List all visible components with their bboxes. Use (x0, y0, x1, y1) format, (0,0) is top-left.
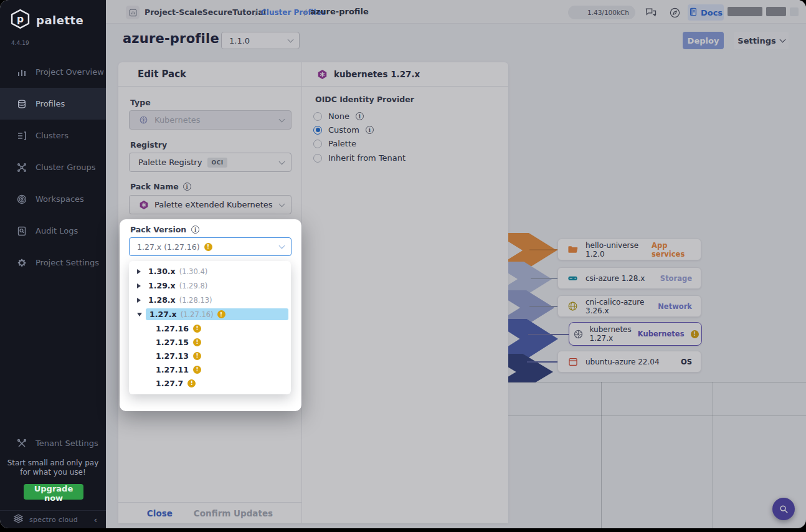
sidebar-item-profiles[interactable]: Profiles (0, 88, 106, 120)
sidebar-item-audit-logs[interactable]: Audit Logs (0, 215, 106, 247)
sidebar-item-label: Project Overview (36, 67, 104, 77)
version-option-1-27-11[interactable]: 1.27.11 (129, 363, 291, 376)
caret-right-icon[interactable] (137, 298, 141, 303)
warning-icon (217, 310, 225, 318)
workspaces-rings-icon (16, 194, 27, 204)
spectro-cloud-label: spectro cloud (29, 516, 78, 524)
clusters-list-icon (16, 130, 27, 141)
version-text: 1.27.7 (156, 379, 183, 388)
warning-icon (193, 338, 201, 346)
version-option-1-27-15[interactable]: 1.27.15 (129, 335, 291, 349)
tools-icon (16, 438, 27, 449)
sidebar-item-label: Clusters (36, 131, 69, 140)
version-text: 1.30.x (148, 267, 176, 276)
version-text: 1.27.15 (156, 338, 189, 347)
version-group-1-28[interactable]: 1.28.x(1.28.13) (129, 293, 291, 307)
upgrade-promo-text: Start small and only pay for what you us… (0, 458, 106, 477)
version-latest: (1.28.13) (179, 296, 212, 305)
warning-icon (187, 379, 196, 387)
version-option-1-27-13[interactable]: 1.27.13 (129, 349, 291, 363)
sidebar-item-label: Workspaces (36, 194, 84, 204)
version-option-1-27-7[interactable]: 1.27.7 (129, 376, 291, 390)
pack-version-label-text: Pack Version (130, 225, 186, 234)
sidebar: p palette 4.4.19 Project Overview Profil… (0, 0, 106, 528)
audit-logs-icon (16, 226, 27, 236)
version-group-1-30[interactable]: 1.30.x(1.30.4) (129, 264, 291, 278)
spectro-cloud-logo-icon (12, 513, 24, 527)
cluster-groups-nodes-icon (16, 162, 27, 173)
sidebar-item-label: Project Settings (36, 258, 99, 267)
gear-icon (16, 257, 27, 268)
palette-hexagon-logo-icon: p (10, 9, 31, 32)
caret-right-icon[interactable] (137, 283, 141, 288)
version-text: 1.27.x (149, 310, 177, 319)
palette-app: p palette 4.4.19 Project Overview Profil… (0, 0, 806, 528)
sidebar-item-project-overview[interactable]: Project Overview (0, 56, 106, 88)
sidebar-item-label: Audit Logs (36, 226, 78, 235)
version-latest: (1.27.16) (181, 310, 214, 319)
version-option-1-27-16[interactable]: 1.27.16 (129, 321, 291, 335)
sidebar-item-cluster-groups[interactable]: Cluster Groups (0, 151, 106, 183)
version-text: 1.29.x (148, 281, 176, 290)
brand-name: palette (36, 14, 83, 27)
sidebar-item-clusters[interactable]: Clusters (0, 120, 106, 151)
chevron-down-icon (279, 243, 285, 249)
sidebar-item-workspaces[interactable]: Workspaces (0, 183, 106, 215)
version-latest: (1.30.4) (179, 267, 208, 276)
version-latest: (1.29.8) (179, 282, 208, 290)
warning-icon (204, 243, 212, 251)
warning-icon (193, 352, 201, 360)
version-text: 1.27.16 (156, 324, 189, 333)
version-text: 1.27.13 (156, 351, 189, 361)
version-group-1-29[interactable]: 1.29.x(1.29.8) (129, 278, 291, 293)
sidebar-item-label: Tenant Settings (36, 439, 98, 448)
version-group-1-27-selected[interactable]: 1.27.x(1.27.16) (129, 307, 291, 321)
bar-chart-icon (16, 67, 27, 77)
version-text: 1.28.x (148, 295, 176, 305)
sidebar-item-label: Profiles (36, 99, 65, 108)
sidebar-footer: spectro cloud ‹ (0, 510, 106, 528)
version-text: 1.27.11 (156, 365, 189, 374)
pack-version-dropdown: 1.30.x(1.30.4) 1.29.x(1.29.8) 1.28.x(1.2… (129, 261, 291, 394)
warning-icon (193, 366, 201, 374)
profiles-stack-icon (16, 98, 27, 109)
sidebar-item-project-settings[interactable]: Project Settings (0, 247, 106, 278)
pack-version-label: Pack Version (130, 225, 199, 234)
pack-version-value: 1.27.x (1.27.16) (137, 242, 200, 252)
pack-version-input[interactable]: 1.27.x (1.27.16) (129, 237, 292, 256)
warning-icon (193, 325, 201, 333)
caret-down-icon[interactable] (137, 313, 142, 316)
upgrade-now-button[interactable]: Upgrade now (24, 484, 83, 500)
pack-version-spotlight: Pack Version 1.27.x (1.27.16) 1.30.x(1.3… (120, 219, 301, 411)
sidebar-item-tenant-settings[interactable]: Tenant Settings (0, 427, 98, 459)
brand-logo: p palette (10, 9, 83, 32)
caret-right-icon[interactable] (137, 269, 141, 274)
svg-text:p: p (17, 14, 24, 25)
app-version: 4.4.19 (11, 40, 29, 46)
sidebar-item-label: Cluster Groups (36, 163, 96, 172)
sidebar-collapse-icon[interactable]: ‹ (94, 515, 97, 525)
info-icon[interactable] (191, 226, 199, 234)
